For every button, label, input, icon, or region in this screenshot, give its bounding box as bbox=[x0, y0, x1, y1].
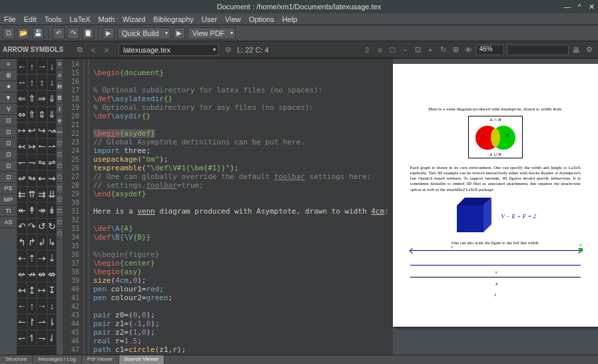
preset-13[interactable]: TI bbox=[0, 206, 17, 217]
quick-btn-13[interactable]: □ bbox=[57, 206, 63, 217]
arrow-symbol-34[interactable]: ⇉ bbox=[37, 186, 47, 202]
open-icon[interactable]: 📂 bbox=[17, 27, 29, 39]
pdf-single-page-icon[interactable]: ▯ bbox=[362, 45, 372, 55]
preset-5[interactable]: ⊡ bbox=[0, 115, 17, 126]
arrow-symbol-55[interactable]: ⇎ bbox=[47, 266, 57, 282]
bottom-tab-messages-log[interactable]: Messages / Log bbox=[33, 355, 81, 364]
build-combo[interactable]: Quick Build bbox=[117, 27, 170, 39]
arrow-symbol-32[interactable]: ⇇ bbox=[17, 186, 27, 202]
arrow-symbol-17[interactable]: ↩ bbox=[27, 122, 37, 138]
arrow-symbol-13[interactable]: ⇑ bbox=[27, 106, 37, 122]
arrow-symbol-29[interactable]: ↬ bbox=[27, 170, 37, 186]
arrow-symbol-35[interactable]: ⇊ bbox=[47, 186, 57, 202]
quick-btn-11[interactable]: □ bbox=[57, 183, 63, 194]
pdf-fit-icon[interactable]: ▢ bbox=[388, 45, 398, 55]
zoom-input[interactable]: 46% bbox=[476, 45, 504, 55]
arrow-symbol-28[interactable]: ↫ bbox=[17, 170, 27, 186]
arrow-symbol-71[interactable]: ⇃ bbox=[47, 330, 57, 346]
arrow-symbol-66[interactable]: ⇀ bbox=[37, 314, 47, 330]
arrow-symbol-31[interactable]: ⇝ bbox=[47, 170, 57, 186]
arrow-symbol-38[interactable]: ↠ bbox=[37, 202, 47, 218]
quick-btn-0[interactable]: ≡ bbox=[57, 59, 63, 70]
arrow-symbol-19[interactable]: ↝ bbox=[47, 122, 57, 138]
arrow-symbol-26[interactable]: ⇋ bbox=[37, 154, 47, 170]
arrow-symbol-58[interactable]: ↦ bbox=[37, 282, 47, 298]
menu-file[interactable]: File bbox=[4, 15, 16, 23]
quick-btn-8[interactable]: □ bbox=[57, 149, 63, 160]
arrow-symbol-16[interactable]: ↦ bbox=[17, 122, 27, 138]
arrow-symbol-50[interactable]: ⇢ bbox=[37, 250, 47, 266]
pdf-tool-icon[interactable]: ⊞ bbox=[451, 45, 461, 55]
menu-options[interactable]: Options bbox=[249, 15, 274, 23]
arrow-symbol-21[interactable]: ↣ bbox=[27, 138, 37, 154]
quick-btn-15[interactable]: □ bbox=[57, 228, 63, 240]
arrow-symbol-14[interactable]: ⇕ bbox=[37, 106, 47, 122]
nav-back-icon[interactable]: < bbox=[88, 45, 99, 55]
arrow-symbol-47[interactable]: ↳ bbox=[47, 234, 57, 250]
arrow-symbol-60[interactable]: ← bbox=[17, 298, 27, 314]
bottom-tab-structure[interactable]: Structure bbox=[0, 355, 33, 364]
panel-detach-icon[interactable]: ⧉ bbox=[75, 45, 85, 55]
menu-edit[interactable]: Edit bbox=[24, 15, 37, 23]
arrow-symbol-36[interactable]: ↞ bbox=[17, 202, 27, 218]
bottom-tab-pdf-viewer[interactable]: Pdf Viewer bbox=[82, 355, 119, 364]
arrow-symbol-2[interactable]: → bbox=[37, 59, 47, 75]
arrow-symbol-7[interactable]: ↓ bbox=[47, 75, 57, 91]
arrow-symbol-59[interactable]: ↧ bbox=[47, 282, 57, 298]
bottom-tab-source-viewer[interactable]: Source Viewer bbox=[119, 355, 165, 364]
preset-3[interactable]: ▼ bbox=[0, 92, 17, 104]
copy-icon[interactable]: 📋 bbox=[82, 27, 94, 39]
pdf-settings-icon[interactable]: ⚙ bbox=[584, 45, 594, 55]
quick-btn-12[interactable]: □ bbox=[57, 194, 63, 206]
quick-btn-4[interactable]: I bbox=[57, 104, 63, 115]
arrow-symbol-37[interactable]: ↟ bbox=[27, 202, 37, 218]
arrow-symbol-52[interactable]: ↚ bbox=[17, 266, 27, 282]
arrow-symbol-25[interactable]: ⇁ bbox=[27, 154, 37, 170]
arrow-symbol-61[interactable]: ↑ bbox=[27, 298, 37, 314]
arrow-symbol-63[interactable]: ↓ bbox=[47, 298, 57, 314]
preset-14[interactable]: AS bbox=[0, 217, 17, 228]
arrow-symbol-18[interactable]: ↪ bbox=[37, 122, 47, 138]
quick-btn-9[interactable]: □ bbox=[57, 160, 63, 172]
arrow-symbol-30[interactable]: ⇜ bbox=[37, 170, 47, 186]
arrow-symbol-8[interactable]: ⇐ bbox=[17, 91, 27, 106]
arrow-symbol-5[interactable]: ↑ bbox=[27, 75, 37, 91]
quick-btn-3[interactable]: B bbox=[57, 92, 63, 104]
arrow-symbol-22[interactable]: ↼ bbox=[37, 138, 47, 154]
arrow-symbol-42[interactable]: ↺ bbox=[37, 218, 47, 234]
arrow-symbol-56[interactable]: ↤ bbox=[17, 282, 27, 298]
minimize-icon[interactable]: — bbox=[563, 3, 571, 11]
pdf-eye-icon[interactable]: 👁 bbox=[463, 45, 473, 55]
quick-btn-14[interactable]: □ bbox=[57, 217, 63, 228]
arrow-symbol-53[interactable]: ↛ bbox=[27, 266, 37, 282]
pdf-zoomfit-icon[interactable]: ⊡ bbox=[413, 45, 423, 55]
arrow-symbol-45[interactable]: ↱ bbox=[27, 234, 37, 250]
pdf-rotate-icon[interactable]: ↻ bbox=[438, 45, 448, 55]
page-input[interactable] bbox=[507, 45, 569, 55]
menu-view[interactable]: View bbox=[225, 15, 241, 23]
code-area[interactable]: \begin{document}% Optional subdirectory … bbox=[89, 59, 393, 355]
arrow-symbol-68[interactable]: ↽ bbox=[17, 330, 27, 346]
preset-6[interactable]: ⊡ bbox=[0, 126, 17, 138]
arrow-symbol-48[interactable]: ⇠ bbox=[17, 250, 27, 266]
arrow-symbol-43[interactable]: ↻ bbox=[47, 218, 57, 234]
arrow-symbol-39[interactable]: ↡ bbox=[47, 202, 57, 218]
arrow-symbol-27[interactable]: ⇌ bbox=[47, 154, 57, 170]
arrow-symbol-24[interactable]: ↽ bbox=[17, 154, 27, 170]
preset-4[interactable]: ∀ bbox=[0, 104, 17, 115]
arrow-symbol-0[interactable]: ← bbox=[17, 59, 27, 75]
arrow-symbol-4[interactable]: ↔ bbox=[17, 75, 27, 91]
arrow-symbol-67[interactable]: ⇂ bbox=[47, 314, 57, 330]
new-icon[interactable]: 🗋 bbox=[3, 27, 15, 39]
arrow-symbol-65[interactable]: ↾ bbox=[27, 314, 37, 330]
menu-help[interactable]: Help bbox=[282, 15, 298, 23]
maximize-icon[interactable]: ^ bbox=[575, 3, 583, 11]
arrow-symbol-70[interactable]: ⇁ bbox=[37, 330, 47, 346]
view-combo[interactable]: View PDF bbox=[188, 27, 236, 39]
preset-0[interactable]: ≡ bbox=[0, 59, 17, 70]
view-icon[interactable]: ▶ bbox=[173, 27, 185, 39]
menu-bibliography[interactable]: Bibliography bbox=[153, 15, 194, 23]
menu-latex[interactable]: LaTeX bbox=[69, 15, 90, 23]
arrow-symbol-11[interactable]: ⇓ bbox=[47, 91, 57, 106]
save-icon[interactable]: 💾 bbox=[32, 27, 44, 39]
